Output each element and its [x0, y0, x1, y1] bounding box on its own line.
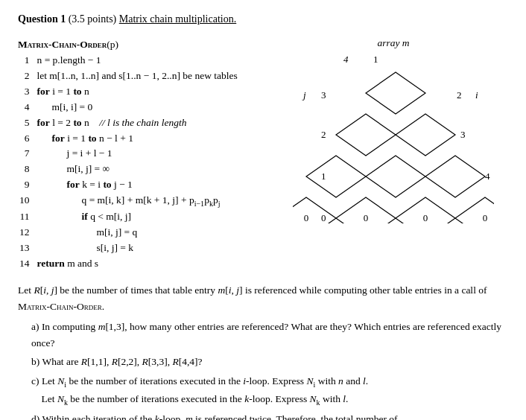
part-d-label: d)	[31, 413, 42, 420]
code-line-13: 13 s[i, j] = k	[18, 241, 239, 256]
array-label: array m	[377, 37, 409, 49]
line-num: 6	[18, 131, 36, 147]
code-line-5: 5 for l = 2 to n // l is the chain lengt…	[18, 115, 239, 131]
questions-area: Let R[i, j] be the number of times that …	[18, 282, 508, 420]
proc-name: Matrix-Chain-Order	[18, 39, 107, 50]
diamond-1-4	[366, 72, 425, 114]
code-line-6: 6 for i = 1 to n − l + 1	[18, 131, 239, 147]
col-label-4-left: 4	[343, 54, 349, 65]
i-val-3: 3	[460, 129, 466, 140]
diamond-2-3	[366, 156, 425, 197]
line-num: 9	[18, 177, 36, 193]
j-val-1: 1	[321, 171, 326, 182]
question-title: Matrix chain multiplication.	[119, 13, 236, 25]
code-text: m[i, i] = 0	[36, 100, 239, 115]
code-text: m[i, j] = q	[36, 225, 239, 241]
code-text: n = p.length − 1	[36, 53, 239, 69]
diamond-2-4	[396, 114, 455, 156]
code-line-9: 9 for k = i to j − 1	[18, 177, 239, 193]
code-line-12: 12 m[i, j] = q	[18, 225, 239, 241]
part-a: a) In computing m[1,3], how many other e…	[31, 319, 508, 351]
diamond-1-3	[336, 114, 396, 156]
i-val-4: 4	[485, 171, 490, 182]
i-val-2: 2	[457, 89, 462, 101]
line-num: 10	[18, 193, 36, 209]
code-text: j = i + l − 1	[36, 146, 239, 162]
val-1-1: 0	[304, 212, 309, 223]
val-3-3: 0	[423, 212, 428, 223]
proc-header: Matrix-Chain-Order(p)	[18, 37, 271, 53]
code-line-14: 14 return m and s	[18, 256, 239, 272]
part-a-label: a)	[31, 321, 42, 332]
code-line-4: 4 m[i, i] = 0	[18, 100, 239, 115]
code-line-11: 11 if q < m[i, j]	[18, 209, 239, 225]
part-c-label: c)	[31, 375, 42, 386]
code-text: m[i, j] = ∞	[36, 162, 239, 177]
code-text: for k = i to j − 1	[36, 177, 239, 193]
content-area: Matrix-Chain-Order(p) 1 n = p.length − 1…	[18, 37, 508, 272]
line-num: 7	[18, 146, 36, 162]
code-line-8: 8 m[i, j] = ∞	[18, 162, 239, 177]
code-text: for i = 1 to n − l + 1	[36, 131, 239, 147]
j-val-3: 3	[321, 89, 326, 101]
question-header: Question 1 (3.5 points) Matrix chain mul…	[18, 13, 508, 25]
diamond-4-4	[455, 197, 494, 223]
code-text: for l = 2 to n // l is the chain length	[36, 115, 239, 131]
part-b-label: b)	[31, 356, 42, 367]
j-label: j	[302, 89, 306, 101]
line-num: 11	[18, 209, 36, 225]
code-line-7: 7 j = i + l − 1	[18, 146, 239, 162]
diamond-diagram: 4 1 j 3 2 i	[293, 52, 494, 223]
line-num: 3	[18, 84, 36, 100]
line-num: 12	[18, 225, 36, 241]
part-b: b) What are R[1,1], R[2,2], R[3,3], R[4,…	[31, 354, 508, 370]
val-2-2: 0	[364, 212, 369, 223]
j-val-0: 0	[321, 212, 326, 223]
code-text: let m[1..n, 1..n] and s[1..n − 1, 2..n] …	[36, 69, 239, 84]
line-num: 2	[18, 69, 36, 84]
diamond-1-2	[306, 156, 366, 197]
diamond-1-1	[293, 197, 336, 223]
line-num: 1	[18, 53, 36, 69]
line-num: 8	[18, 162, 36, 177]
diagram-area: array m 4 1 j 3 2 i	[271, 37, 508, 272]
diamond-3-4	[425, 156, 485, 197]
col-label-1: 1	[373, 54, 378, 65]
question-intro: Let R[i, j] be the number of times that …	[18, 282, 508, 314]
line-num: 13	[18, 241, 36, 256]
is-referenced-text: is referenced	[245, 284, 297, 296]
pseudocode-table: 1 n = p.length − 1 2 let m[1..n, 1..n] a…	[18, 53, 239, 272]
line-num: 14	[18, 256, 36, 272]
pseudocode-block: Matrix-Chain-Order(p) 1 n = p.length − 1…	[18, 37, 271, 272]
code-text: s[i, j] = k	[36, 241, 239, 256]
code-line-2: 2 let m[1..n, 1..n] and s[1..n − 1, 2..n…	[18, 69, 239, 84]
line-num: 4	[18, 100, 36, 115]
question-points: (3.5 points)	[69, 13, 119, 25]
code-text: q = m[i, k] + m[k + 1, j] + pi−1pkpj	[36, 193, 239, 209]
question-number: Question 1	[18, 13, 66, 25]
code-line-3: 3 for i = 1 to n	[18, 84, 239, 100]
code-text: return m and s	[36, 256, 239, 272]
i-label: i	[475, 89, 478, 101]
val-4-4: 0	[483, 212, 488, 223]
proc-param: (p)	[107, 39, 118, 50]
code-text: for i = 1 to n	[36, 84, 239, 100]
line-num: 5	[18, 115, 36, 131]
j-val-2: 2	[321, 129, 326, 140]
part-c: c) Let Ni be the number of iterations ex…	[31, 373, 508, 408]
part-d: d) Within each iteration of the k-loop, …	[31, 411, 508, 420]
code-line-10: 10 q = m[i, k] + m[k + 1, j] + pi−1pkpj	[18, 193, 239, 209]
code-text: if q < m[i, j]	[36, 209, 239, 225]
code-line-1: 1 n = p.length − 1	[18, 53, 239, 69]
